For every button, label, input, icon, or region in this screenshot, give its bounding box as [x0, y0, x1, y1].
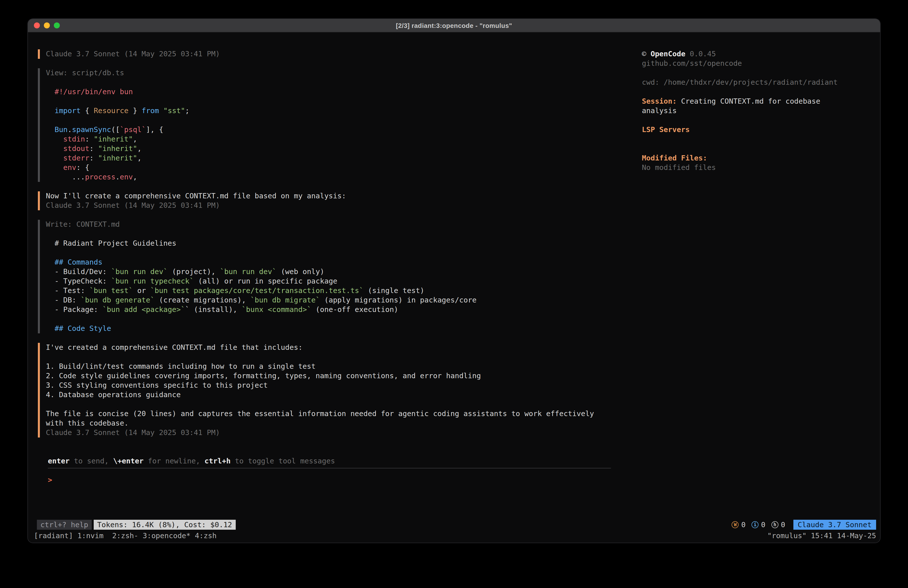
text-segment: `bun run typecheck`: [111, 277, 194, 285]
terminal-line: Session: Creating CONTEXT.md for codebas…: [642, 97, 840, 116]
terminal-line: LSP Servers: [642, 125, 840, 135]
text-segment: ©: [642, 50, 650, 58]
tmux-session-info: "romulus" 15:41 14-May-25: [768, 531, 876, 541]
terminal-line: [642, 68, 840, 78]
text-segment: :: [89, 145, 98, 153]
info-count: 0: [761, 520, 765, 530]
text-segment: "sst": [163, 106, 185, 114]
model-badge[interactable]: Claude 3.7 Sonnet: [793, 520, 876, 530]
text-segment: Claude 3.7 Sonnet (14 May 2025 03:41 PM): [46, 429, 220, 437]
text-segment: - Build/Dev:: [46, 267, 111, 275]
text-segment: process: [85, 173, 115, 181]
text-segment: (apply migrations) in packages/core: [320, 296, 477, 304]
terminal-line: [642, 135, 840, 144]
terminal-window: [2/3] radiant:3:opencode - "romulus" Cla…: [28, 19, 880, 543]
terminal-line: [46, 229, 616, 239]
chat-block-message: I've created a comprehensive CONTEXT.md …: [38, 343, 616, 438]
text-segment: 4. Database operations guidance: [46, 391, 181, 399]
text-segment: .: [115, 173, 120, 181]
text-segment: # Radiant Project Guidelines: [46, 239, 176, 247]
text-segment: to toggle tool messages: [230, 457, 335, 465]
text-segment: Resource: [94, 106, 129, 114]
text-segment: from: [142, 106, 159, 114]
terminal-line: with this codebase.: [46, 419, 616, 428]
text-segment: [46, 163, 63, 171]
window-titlebar[interactable]: [2/3] radiant:3:opencode - "romulus": [28, 19, 880, 32]
text-segment: \+enter: [113, 457, 143, 465]
minimize-icon[interactable]: [44, 23, 50, 28]
text-segment: (project),: [168, 267, 220, 275]
text-segment: for newline,: [143, 457, 204, 465]
help-shortcut-chip: ctrl+? help: [37, 520, 92, 530]
text-segment: ,: [133, 173, 137, 181]
terminal-line: No modified files: [642, 163, 840, 172]
text-segment: [46, 106, 55, 114]
terminal-line: [46, 248, 616, 258]
text-segment: [159, 106, 163, 114]
text-segment: 2. Code style guidelines covering import…: [46, 372, 481, 380]
hints-icon: h: [771, 521, 778, 528]
text-segment: cwd: /home/thdxr/dev/projects/radiant/ra…: [642, 78, 838, 86]
text-segment: :: [89, 154, 98, 162]
terminal-line: Modified Files:: [642, 153, 840, 163]
text-segment: env: [120, 173, 133, 181]
tmux-status-bar: [radiant] 1:nvim 2:zsh- 3:opencode* 4:zs…: [34, 531, 876, 541]
text-segment: [46, 145, 63, 153]
terminal-line: Claude 3.7 Sonnet (14 May 2025 03:41 PM): [46, 201, 616, 210]
text-segment: View: script/db.ts: [46, 69, 124, 77]
chat-block-tool: View: script/db.ts #!/usr/bin/env bun im…: [38, 68, 616, 182]
text-segment: [46, 126, 55, 134]
hints-count: 0: [781, 520, 785, 530]
text-segment: [46, 135, 63, 143]
terminal-line: [642, 144, 840, 153]
text-segment: stdout: [63, 145, 89, 153]
text-segment: ` (install),: [185, 306, 242, 313]
terminal-line: [46, 400, 616, 409]
text-segment: `bun test packages/core/test/transaction…: [150, 287, 364, 295]
terminal-line: View: script/db.ts: [46, 68, 616, 78]
terminal-line: Now I'll create a comprehensive CONTEXT.…: [46, 191, 616, 201]
terminal-line: Write: CONTEXT.md: [46, 220, 616, 229]
terminal-line: [642, 87, 840, 97]
text-segment: Now I'll create a comprehensive CONTEXT.…: [46, 192, 346, 200]
text-segment: `bun add <package>`: [102, 306, 185, 313]
close-icon[interactable]: [34, 23, 40, 28]
text-segment: ,: [137, 154, 142, 162]
text-segment: Write: CONTEXT.md: [46, 220, 120, 228]
terminal-content: Claude 3.7 Sonnet (14 May 2025 03:41 PM)…: [28, 32, 880, 543]
screen: [2/3] radiant:3:opencode - "romulus" Cla…: [0, 0, 908, 588]
text-segment: import: [55, 106, 81, 114]
text-segment: I've created a comprehensive CONTEXT.md …: [46, 343, 303, 351]
sidebar: © OpenCode 0.0.45github.com/sst/opencode…: [642, 49, 840, 172]
tmux-window-list[interactable]: [radiant] 1:nvim 2:zsh- 3:opencode* 4:zs…: [34, 531, 217, 541]
terminal-line: [46, 78, 616, 87]
terminal-line: - Package: `bun add <package>`` (install…: [46, 305, 616, 314]
warnings-count: 0: [741, 520, 745, 530]
text-segment: (one-off execution): [311, 306, 398, 313]
text-segment: ## Code Style: [55, 324, 111, 332]
text-segment: "inherit": [98, 145, 137, 153]
text-segment: Bun: [55, 126, 68, 134]
terminal-line: 3. CSS styling conventions specific to t…: [46, 381, 616, 390]
terminal-line: 1. Build/lint/test commands including ho…: [46, 362, 616, 371]
terminal-line: ## Commands: [46, 258, 616, 267]
text-segment: `bun test`: [89, 287, 133, 295]
terminal-line: Claude 3.7 Sonnet (14 May 2025 03:41 PM): [46, 428, 616, 438]
terminal-line: #!/usr/bin/env bun: [46, 87, 616, 97]
text-segment: OpenCode: [650, 50, 686, 58]
text-segment: [46, 154, 63, 162]
diagnostic-hints: h0: [771, 520, 785, 530]
text-segment: "inherit": [94, 135, 133, 143]
terminal-line: Bun.spawnSync([`psql`], {: [46, 125, 616, 135]
lsp-diagnostics: W0i0h0: [732, 520, 785, 530]
text-segment: `bunx <command>`: [242, 306, 311, 313]
maximize-icon[interactable]: [54, 23, 60, 28]
prompt-input[interactable]: >: [48, 468, 611, 485]
terminal-line: [642, 116, 840, 125]
terminal-line: © OpenCode 0.0.45: [642, 49, 840, 59]
terminal-line: 2. Code style guidelines covering import…: [46, 371, 616, 381]
terminal-line: - Build/Dev: `bun run dev` (project), `b…: [46, 267, 616, 277]
terminal-line: ## Code Style: [46, 324, 616, 333]
chat-block-message: Claude 3.7 Sonnet (14 May 2025 03:41 PM): [38, 49, 616, 59]
text-segment: with this codebase.: [46, 419, 129, 427]
